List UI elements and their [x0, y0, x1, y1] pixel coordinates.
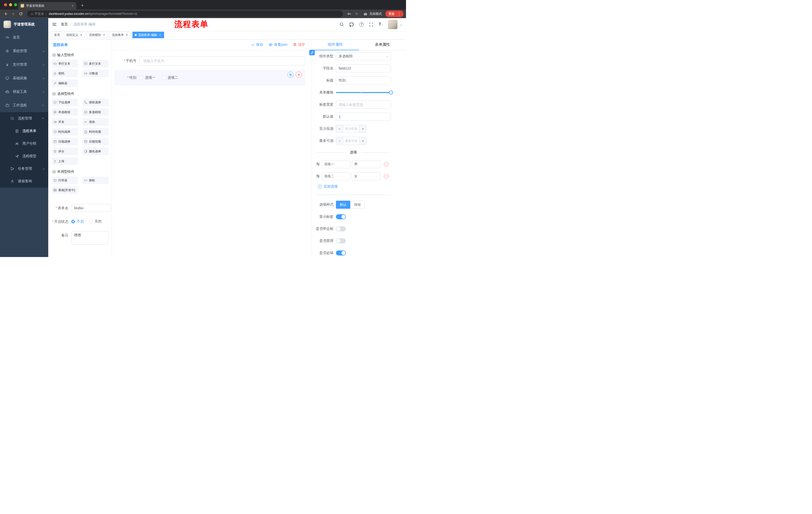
bookmark-star-icon[interactable]: ☆	[355, 11, 358, 16]
field-name-input[interactable]	[336, 64, 391, 73]
tab-component-props[interactable]: 组件属性	[312, 39, 359, 50]
sidebar-item-user-groups[interactable]: 用户分组	[0, 137, 48, 150]
phone-input[interactable]	[140, 56, 305, 65]
palette-item-date-picker[interactable]: 日期选择	[52, 138, 78, 145]
widget-copy-button[interactable]	[287, 72, 293, 78]
password-key-icon[interactable]	[346, 10, 352, 17]
palette-item-switch[interactable]: 开关	[52, 118, 78, 126]
user-dropdown-caret-icon[interactable]	[400, 23, 403, 26]
border-toggle[interactable]	[336, 226, 346, 231]
clear-button[interactable]: 清空	[293, 43, 305, 47]
window-zoom-button[interactable]	[14, 3, 17, 6]
option2-label-input[interactable]	[322, 172, 350, 180]
sidebar-item-home[interactable]: 首页	[0, 31, 48, 44]
tag-close-icon[interactable]: ×	[158, 33, 162, 37]
decrease-button[interactable]: −	[336, 137, 343, 144]
browser-update-button[interactable]: 更新 ⋮	[385, 10, 404, 17]
palette-item-color-picker[interactable]: 颜色选择	[82, 147, 109, 155]
palette-item-button[interactable]: 按钮	[82, 177, 109, 184]
tag-process-form[interactable]: 流程表单 ×	[110, 32, 131, 38]
status-on-radio[interactable]: 开启	[71, 219, 84, 224]
palette-item-upload[interactable]: 上传	[52, 157, 78, 165]
security-label[interactable]: 不安全	[35, 12, 44, 16]
hamburger-icon[interactable]	[48, 22, 61, 27]
gender-widget-selected[interactable]: *性别 选项一 选项二	[114, 70, 305, 85]
remove-option-button[interactable]: −	[384, 174, 388, 179]
style-default-button[interactable]: 默认	[336, 201, 350, 209]
remove-option-button[interactable]: −	[384, 162, 388, 166]
palette-item-select[interactable]: 下拉选择	[52, 99, 78, 106]
browser-tab[interactable]: 芋道管理系统 ×	[18, 2, 76, 9]
palette-item-multi-line-text[interactable]: 多行文本	[82, 60, 109, 67]
form-name-input[interactable]	[71, 204, 111, 212]
palette-item-password[interactable]: 密码	[52, 70, 78, 77]
palette-item-counter[interactable]: 计数器	[82, 70, 109, 77]
tab-close-icon[interactable]: ×	[72, 4, 74, 7]
sidebar-item-process-form[interactable]: 流程表单	[0, 125, 48, 137]
font-size-icon[interactable]: T↕	[379, 22, 383, 27]
address-bar[interactable]: ⚠ 不安全 dashboard.yudao.iocoder.cn /bpm/ma…	[27, 10, 343, 17]
widget-delete-button[interactable]	[296, 72, 302, 78]
palette-item-table[interactable]: 表格[开发中]	[52, 186, 78, 194]
style-button-button[interactable]: 按钮	[350, 201, 365, 209]
window-close-button[interactable]	[4, 3, 7, 6]
link-badge-button[interactable]	[309, 50, 315, 55]
form-remark-textarea[interactable]: 嘿嘿	[71, 231, 109, 245]
user-avatar[interactable]	[388, 20, 398, 29]
tag-close-icon[interactable]: ×	[102, 33, 106, 37]
min-select-value[interactable]: 至少应选	[343, 125, 359, 133]
save-button[interactable]: 保存	[251, 43, 263, 47]
tag-home[interactable]: 首页	[52, 32, 62, 38]
add-option-button[interactable]: + 添加选项	[318, 184, 391, 189]
grid-slider[interactable]	[336, 92, 391, 93]
sidebar-item-process-management[interactable]: 流程管理	[0, 112, 48, 125]
new-tab-button[interactable]: +	[79, 3, 85, 8]
browser-menu-icon[interactable]: ⋮	[397, 12, 402, 16]
drag-handle-icon[interactable]	[316, 162, 320, 166]
forward-button[interactable]	[10, 10, 17, 17]
palette-item-cascader[interactable]: 级联选择	[82, 99, 109, 106]
disabled-toggle[interactable]	[336, 238, 346, 243]
palette-item-slider[interactable]: 滑块	[82, 118, 109, 126]
reload-button[interactable]	[18, 10, 24, 17]
sidebar-item-workflow[interactable]: 工作流程	[0, 99, 48, 112]
sidebar-item-process-model[interactable]: 流程模型	[0, 150, 48, 162]
option1-value-input[interactable]	[352, 160, 380, 168]
option2-value-input[interactable]	[352, 172, 380, 180]
phone-field-row[interactable]: *手机号	[114, 56, 305, 65]
search-icon[interactable]	[340, 22, 344, 27]
slider-handle[interactable]	[389, 90, 393, 94]
tag-close-icon[interactable]: ×	[79, 33, 83, 37]
palette-item-time-range[interactable]: 时间范围	[82, 128, 109, 136]
sidebar-item-task-management[interactable]: 任务管理	[0, 162, 48, 175]
window-minimize-button[interactable]	[9, 3, 12, 6]
decrease-button[interactable]: −	[336, 125, 343, 133]
palette-item-checkbox-group[interactable]: 多选框组	[82, 108, 109, 116]
increase-button[interactable]: +	[359, 137, 366, 144]
required-toggle[interactable]	[336, 250, 346, 255]
sidebar-item-leave-query[interactable]: 请假查询	[0, 175, 48, 188]
palette-item-rate[interactable]: 评分	[52, 147, 78, 155]
form-canvas[interactable]: *手机号 *性别 选项一 选项二	[112, 50, 312, 257]
sidebar-item-system[interactable]: 系统管理	[0, 44, 48, 58]
breadcrumb-home[interactable]: 首页	[61, 22, 68, 27]
tag-close-icon[interactable]: ×	[125, 33, 128, 37]
show-label-toggle[interactable]	[336, 214, 346, 219]
title-input[interactable]	[336, 77, 391, 84]
palette-item-row-container[interactable]: 行容器	[52, 177, 78, 184]
palette-item-time-picker[interactable]: 时间选择	[52, 128, 78, 136]
sidebar-item-infrastructure[interactable]: 基础设施	[0, 72, 48, 85]
option1-label-input[interactable]	[322, 160, 350, 168]
drag-handle-icon[interactable]	[316, 174, 320, 178]
palette-item-single-line-text[interactable]: 单行文本	[52, 60, 78, 67]
status-off-radio[interactable]: 关闭	[89, 219, 102, 224]
fullscreen-icon[interactable]	[369, 22, 373, 27]
component-type-select[interactable]	[336, 52, 391, 60]
gender-option1-checkbox[interactable]: 选项一	[140, 76, 155, 80]
palette-item-date-range[interactable]: 日期范围	[82, 138, 109, 145]
gender-option2-checkbox[interactable]: 选项二	[162, 76, 178, 80]
github-icon[interactable]	[349, 22, 354, 27]
label-width-input[interactable]	[336, 101, 391, 109]
sidebar-logo[interactable]: 芋道管理系统	[0, 18, 48, 31]
increase-button[interactable]: +	[359, 125, 366, 133]
